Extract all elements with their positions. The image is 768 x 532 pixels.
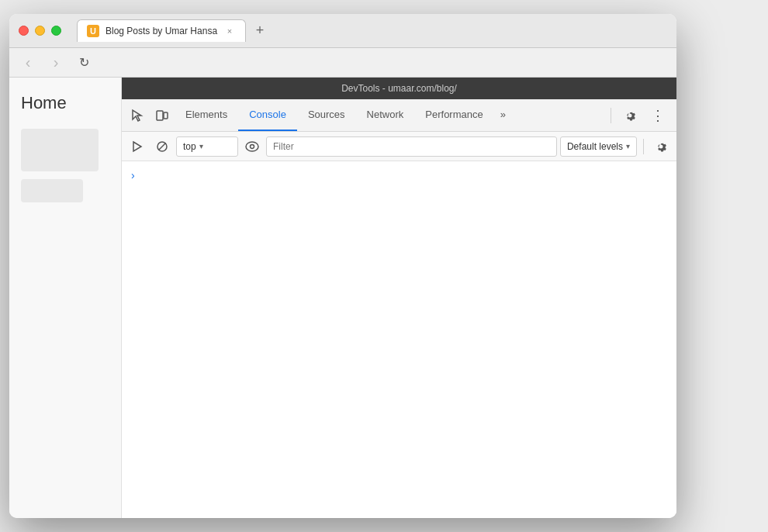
- tab-sources[interactable]: Sources: [297, 99, 356, 131]
- tab-bar: U Blog Posts by Umar Hansa × +: [77, 19, 667, 42]
- clear-console-button[interactable]: [126, 136, 148, 157]
- tab-network[interactable]: Network: [356, 99, 415, 131]
- console-settings-button[interactable]: [650, 136, 672, 157]
- minimize-button[interactable]: [35, 26, 45, 36]
- device-icon: [155, 109, 169, 123]
- svg-rect-0: [157, 111, 163, 120]
- block-button[interactable]: [151, 136, 173, 157]
- devtools-more-button[interactable]: ⋮: [645, 107, 670, 124]
- title-bar: U Blog Posts by Umar Hansa × +: [9, 14, 676, 48]
- device-mode-button[interactable]: [150, 99, 175, 131]
- traffic-lights: [19, 26, 61, 36]
- svg-point-6: [251, 144, 254, 148]
- webpage-card-1: [21, 129, 99, 171]
- tab-more[interactable]: »: [494, 99, 512, 131]
- levels-label: Default levels: [567, 141, 623, 152]
- browser-content: Home DevTools - umaar.com/blog/: [9, 78, 676, 518]
- tab-elements[interactable]: Elements: [175, 99, 238, 131]
- tab-performance[interactable]: Performance: [414, 99, 493, 131]
- svg-point-5: [246, 142, 258, 151]
- settings-gear-icon: [624, 109, 636, 122]
- desktop: U Blog Posts by Umar Hansa × + ‹ ›: [0, 0, 768, 532]
- reload-button[interactable]: ↻: [73, 52, 95, 74]
- webpage-home-text: Home: [21, 93, 109, 113]
- devtools-tabs-right: ⋮: [607, 99, 673, 131]
- webpage-area: Home: [9, 78, 122, 518]
- context-arrow-icon: ▾: [199, 142, 203, 150]
- log-levels-selector[interactable]: Default levels ▾: [560, 136, 637, 157]
- svg-rect-1: [164, 112, 168, 119]
- new-tab-button[interactable]: +: [249, 20, 271, 42]
- close-button[interactable]: [19, 26, 29, 36]
- tab-close-button[interactable]: ×: [223, 25, 236, 37]
- devtools-tabs-bar: Elements Console Sources Network Perform…: [122, 99, 676, 132]
- tab-favicon: U: [87, 25, 99, 37]
- levels-arrow-icon: ▾: [626, 142, 630, 150]
- context-selector[interactable]: top ▾: [176, 136, 238, 157]
- devtools-settings-button[interactable]: [618, 109, 642, 122]
- tab-title: Blog Posts by Umar Hansa: [106, 26, 217, 36]
- inspect-element-button[interactable]: [125, 99, 150, 131]
- svg-line-4: [159, 143, 166, 150]
- nav-bar: ‹ › ↻: [9, 48, 676, 78]
- cursor-icon: [130, 109, 144, 123]
- devtools-title-text: DevTools - umaar.com/blog/: [341, 83, 457, 94]
- webpage-card-2: [21, 179, 83, 202]
- console-prompt[interactable]: ›: [128, 168, 670, 183]
- browser-window: U Blog Posts by Umar Hansa × + ‹ ›: [9, 14, 676, 518]
- forward-button[interactable]: ›: [45, 52, 67, 74]
- eye-button[interactable]: [241, 136, 263, 157]
- toolbar-divider: [643, 139, 644, 154]
- console-gear-icon: [655, 140, 667, 153]
- devtools-panel: DevTools - umaar.com/blog/: [122, 78, 676, 518]
- block-icon: [156, 140, 168, 153]
- svg-marker-2: [133, 142, 141, 151]
- maximize-button[interactable]: [51, 26, 61, 36]
- back-button[interactable]: ‹: [17, 52, 39, 74]
- filter-input[interactable]: [266, 136, 557, 157]
- play-icon: [131, 140, 144, 153]
- console-output: ›: [122, 161, 676, 518]
- eye-icon: [245, 141, 259, 152]
- tab-console[interactable]: Console: [238, 99, 297, 131]
- context-value: top: [183, 141, 196, 152]
- tabs-divider: [611, 108, 611, 123]
- browser-tab[interactable]: U Blog Posts by Umar Hansa ×: [77, 19, 246, 42]
- devtools-toolbar: top ▾ Default levels: [122, 132, 676, 161]
- devtools-titlebar: DevTools - umaar.com/blog/: [122, 78, 676, 99]
